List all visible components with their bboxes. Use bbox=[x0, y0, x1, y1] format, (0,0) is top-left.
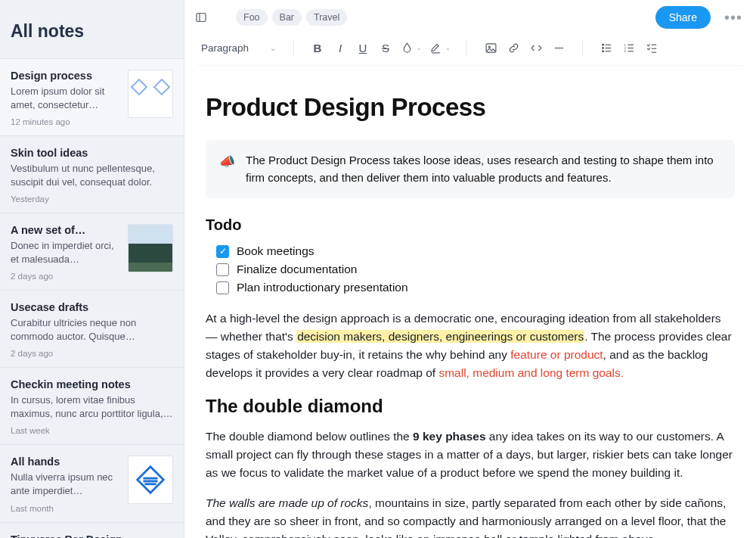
document-title: Product Design Process bbox=[206, 93, 735, 122]
divider-button[interactable] bbox=[549, 38, 569, 58]
note-time: 2 days ago bbox=[11, 349, 173, 358]
chevron-down-icon: ⌄ bbox=[445, 45, 451, 51]
callout-text: The Product Design Process takes loose i… bbox=[246, 152, 721, 186]
toolbar-divider bbox=[582, 39, 583, 56]
sidebar-title: All notes bbox=[11, 21, 173, 42]
note-time: Last month bbox=[11, 504, 120, 513]
highlight-button[interactable]: ⌄ bbox=[427, 38, 453, 58]
italic-button[interactable]: I bbox=[330, 38, 350, 58]
note-title: A new set of… bbox=[11, 224, 120, 236]
checkbox[interactable]: ✓ bbox=[216, 245, 229, 258]
more-menu-button[interactable]: ••• bbox=[724, 9, 742, 26]
paragraph-style-select[interactable]: Paragraph ⌄ bbox=[198, 39, 277, 57]
note-snippet: Nulla viverra ipsum nec ante imperdiet… bbox=[11, 471, 120, 497]
tag-list: FooBarTravel bbox=[236, 9, 347, 26]
checkbox[interactable] bbox=[216, 263, 229, 276]
note-time: 2 days ago bbox=[11, 272, 120, 281]
note-thumbnail bbox=[128, 456, 173, 504]
bold-text: 9 key phases bbox=[413, 430, 486, 443]
link-button[interactable] bbox=[503, 38, 523, 58]
svg-text:3: 3 bbox=[624, 49, 626, 53]
todo-item: Plan introductionary presentation bbox=[216, 281, 735, 294]
inline-link[interactable]: small, medium and long term goals. bbox=[438, 366, 624, 379]
svg-rect-3 bbox=[197, 14, 206, 22]
paragraph: At a high-level the design approach is a… bbox=[206, 309, 735, 382]
paragraph: The walls are made up of rocks, mountain… bbox=[206, 494, 735, 538]
note-item[interactable]: All handsNulla viverra ipsum nec ante im… bbox=[0, 445, 184, 522]
note-snippet: Curabitur ultricies neque non commodo au… bbox=[11, 316, 173, 343]
chevron-down-icon: ⌄ bbox=[270, 44, 276, 52]
svg-point-8 bbox=[602, 44, 603, 45]
bold-button[interactable]: B bbox=[308, 38, 327, 58]
svg-point-9 bbox=[602, 47, 603, 48]
note-item[interactable]: Tinyverse Bar DesignLacinia eros ac arcu… bbox=[0, 523, 184, 538]
tag[interactable]: Bar bbox=[272, 9, 302, 26]
todo-label: Book meetings bbox=[237, 244, 314, 258]
italic-text: The walls are made up of rocks bbox=[206, 496, 368, 509]
note-thumbnail bbox=[128, 70, 173, 118]
share-button[interactable]: Share bbox=[655, 6, 711, 29]
note-title: Tinyverse Bar Design bbox=[11, 533, 173, 538]
note-snippet: Vestibulum ut nunc pellentesque, suscipi… bbox=[11, 162, 173, 188]
note-item[interactable]: Skin tool ideasVestibulum ut nunc pellen… bbox=[0, 136, 184, 213]
underline-button[interactable]: U bbox=[353, 38, 373, 58]
todo-heading: Todo bbox=[206, 216, 735, 234]
callout-block: 📣 The Product Design Process takes loose… bbox=[206, 140, 735, 198]
image-button[interactable] bbox=[481, 38, 500, 58]
note-item[interactable]: A new set of…Donec in imperdiet orci, et… bbox=[0, 213, 184, 291]
checklist-button[interactable] bbox=[642, 38, 662, 58]
svg-rect-5 bbox=[486, 43, 496, 51]
note-title: Checkin meeting notes bbox=[11, 378, 173, 390]
collapse-sidebar-button[interactable] bbox=[192, 8, 210, 26]
note-time: Yesterday bbox=[11, 194, 173, 204]
note-title: Design process bbox=[11, 70, 120, 82]
tag[interactable]: Foo bbox=[236, 9, 268, 26]
inline-link[interactable]: feature or product bbox=[510, 348, 603, 361]
todo-label: Finalize documentation bbox=[237, 263, 357, 276]
editor-toolbar: Paragraph ⌄ B I U S ⌄ ⌄ bbox=[198, 33, 742, 66]
paragraph: The double diamond below outlines the 9 … bbox=[206, 428, 735, 482]
notes-list: Design processLorem ipsum dolor sit amet… bbox=[0, 59, 184, 538]
note-snippet: In cursus, lorem vitae finibus maximus, … bbox=[11, 393, 173, 420]
note-time: Last week bbox=[11, 426, 173, 435]
todo-item: Finalize documentation bbox=[216, 263, 735, 276]
toolbar-divider bbox=[293, 39, 294, 56]
todo-item: ✓Book meetings bbox=[216, 244, 735, 258]
note-title: All hands bbox=[11, 456, 120, 468]
toolbar-divider bbox=[466, 39, 467, 56]
text-color-button[interactable]: ⌄ bbox=[398, 38, 424, 58]
note-snippet: Lorem ipsum dolor sit amet, consectetur… bbox=[11, 85, 120, 111]
megaphone-icon: 📣 bbox=[219, 152, 235, 186]
code-button[interactable] bbox=[526, 38, 546, 58]
sidebar-header: All notes bbox=[0, 0, 184, 59]
note-time: 12 minutes ago bbox=[11, 117, 120, 126]
note-title: Skin tool ideas bbox=[11, 147, 173, 159]
note-item[interactable]: Usecase draftsCurabitur ultricies neque … bbox=[0, 291, 184, 368]
svg-point-10 bbox=[602, 50, 603, 51]
bullet-list-button[interactable] bbox=[596, 38, 616, 58]
note-item[interactable]: Design processLorem ipsum dolor sit amet… bbox=[0, 59, 184, 136]
main: FooBarTravel Share ••• Paragraph ⌄ B I U… bbox=[184, 0, 756, 538]
checkbox[interactable] bbox=[216, 281, 229, 294]
note-title: Usecase drafts bbox=[11, 301, 173, 313]
chevron-down-icon: ⌄ bbox=[417, 45, 422, 51]
strikethrough-button[interactable]: S bbox=[376, 38, 395, 58]
topbar: FooBarTravel Share ••• bbox=[184, 0, 756, 33]
ordered-list-button[interactable]: 123 bbox=[619, 38, 639, 58]
note-thumbnail bbox=[128, 224, 173, 272]
todo-list: ✓Book meetingsFinalize documentationPlan… bbox=[216, 244, 735, 294]
svg-point-6 bbox=[488, 46, 490, 48]
document[interactable]: Product Design Process 📣 The Product Des… bbox=[184, 66, 756, 538]
tag[interactable]: Travel bbox=[306, 9, 347, 26]
section-heading: The double diamond bbox=[206, 396, 735, 417]
note-snippet: Donec in imperdiet orci, et malesuada… bbox=[11, 239, 120, 266]
note-item[interactable]: Checkin meeting notesIn cursus, lorem vi… bbox=[0, 368, 184, 445]
paragraph-style-label: Paragraph bbox=[201, 42, 249, 54]
sidebar: All notes Design processLorem ipsum dolo… bbox=[0, 0, 184, 538]
todo-label: Plan introductionary presentation bbox=[237, 281, 408, 294]
highlighted-text: decision makers, designers, engineerings… bbox=[296, 330, 584, 343]
